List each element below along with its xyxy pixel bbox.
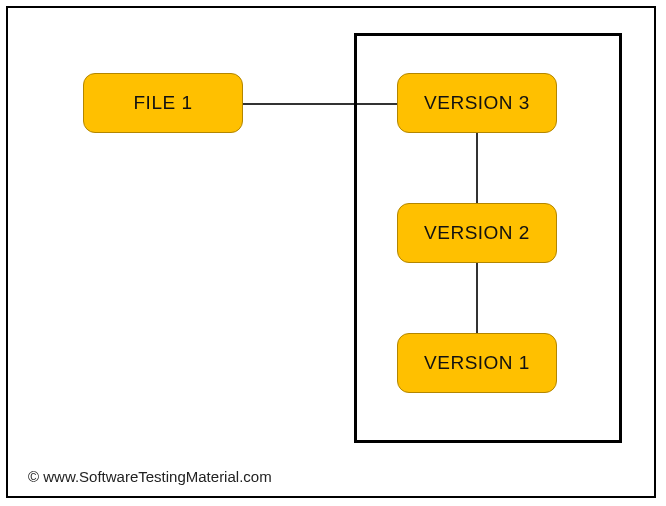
node-version-1: VERSION 1 [397, 333, 557, 393]
node-version-3: VERSION 3 [397, 73, 557, 133]
node-version-1-label: VERSION 1 [424, 352, 530, 374]
attribution-text: © www.SoftwareTestingMaterial.com [28, 468, 272, 485]
node-version-2-label: VERSION 2 [424, 222, 530, 244]
node-version-3-label: VERSION 3 [424, 92, 530, 114]
node-version-2: VERSION 2 [397, 203, 557, 263]
diagram-frame: FILE 1 VERSION 3 VERSION 2 VERSION 1 © w… [6, 6, 656, 498]
node-file-1: FILE 1 [83, 73, 243, 133]
node-file-1-label: FILE 1 [134, 92, 193, 114]
